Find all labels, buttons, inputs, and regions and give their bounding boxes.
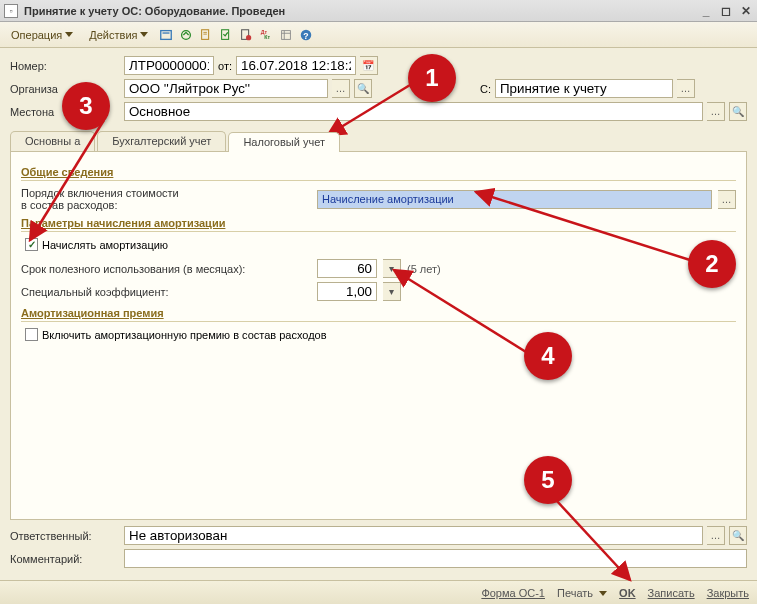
tab-content: Общие сведения Порядок включения стоимос…: [10, 151, 747, 520]
marker-5: 5: [524, 456, 572, 504]
window-icon: ▫: [4, 4, 18, 18]
toolbar: Операция Действия ДтКт ?: [0, 22, 757, 48]
form-bottom: Ответственный: … 🔍 Комментарий:: [10, 520, 747, 572]
caret-icon: [599, 591, 607, 596]
number-input[interactable]: [124, 56, 214, 75]
caret-icon: [140, 32, 148, 37]
save-button[interactable]: Записать: [648, 587, 695, 599]
section-bonus: Амортизационная премия: [21, 307, 736, 322]
date-input[interactable]: [236, 56, 356, 75]
calendar-icon[interactable]: 📅: [360, 56, 378, 75]
number-label: Номер:: [10, 60, 120, 72]
search-icon[interactable]: 🔍: [729, 102, 747, 121]
marker-1: 1: [408, 54, 456, 102]
from-label: от:: [218, 60, 232, 72]
calc-amort-label: Начислять амортизацию: [42, 239, 168, 251]
org-input[interactable]: [124, 79, 328, 98]
marker-3: 3: [62, 82, 110, 130]
section-amort: Параметры начисления амортизации: [21, 217, 736, 232]
svg-text:Кт: Кт: [265, 34, 271, 40]
titlebar: ▫ Принятие к учету ОС: Оборудование. Про…: [0, 0, 757, 22]
stepper-icon[interactable]: ▾: [383, 259, 401, 278]
tab-accounting[interactable]: Бухгалтерский учет: [97, 131, 226, 151]
svg-point-8: [246, 35, 251, 40]
tool-icon-1[interactable]: [157, 26, 175, 44]
tool-icon-6[interactable]: ДтКт: [257, 26, 275, 44]
svg-rect-6: [222, 29, 229, 39]
location-input[interactable]: [124, 102, 703, 121]
useful-life-years: (5 лет): [407, 263, 441, 275]
window-title: Принятие к учету ОС: Оборудование. Прове…: [24, 5, 699, 17]
tool-icon-7[interactable]: [277, 26, 295, 44]
minimize-button[interactable]: _: [699, 4, 713, 18]
ellipsis-icon[interactable]: …: [707, 526, 725, 545]
search-icon[interactable]: 🔍: [354, 79, 372, 98]
tool-icon-3[interactable]: [197, 26, 215, 44]
responsible-label: Ответственный:: [10, 530, 120, 542]
tool-icon-2[interactable]: [177, 26, 195, 44]
caret-icon: [65, 32, 73, 37]
calc-amort-checkbox[interactable]: ✓: [25, 238, 38, 251]
actions-menu[interactable]: Действия: [82, 26, 155, 44]
useful-life-input[interactable]: [317, 259, 377, 278]
ok-button[interactable]: OK: [619, 587, 636, 599]
svg-text:?: ?: [304, 30, 309, 40]
bonus-label: Включить амортизационную премию в состав…: [42, 329, 327, 341]
marker-2: 2: [688, 240, 736, 288]
section-general: Общие сведения: [21, 166, 736, 181]
responsible-input[interactable]: [124, 526, 703, 545]
tab-main[interactable]: Основны а: [10, 131, 95, 151]
print-menu[interactable]: Печать: [557, 587, 607, 599]
special-coef-input[interactable]: [317, 282, 377, 301]
operation-menu[interactable]: Операция: [4, 26, 80, 44]
cost-inclusion-select[interactable]: Начисление амортизации: [317, 190, 712, 209]
ellipsis-icon[interactable]: …: [332, 79, 350, 98]
type-label: С:: [480, 83, 491, 95]
svg-rect-1: [163, 32, 170, 33]
useful-life-label: Срок полезного использования (в месяцах)…: [21, 263, 311, 275]
footer: Форма ОС-1 Печать OK Записать Закрыть: [0, 580, 757, 604]
comment-label: Комментарий:: [10, 553, 120, 565]
tool-icon-5[interactable]: [237, 26, 255, 44]
svg-rect-0: [161, 30, 172, 39]
bonus-checkbox[interactable]: [25, 328, 38, 341]
ellipsis-icon[interactable]: …: [707, 102, 725, 121]
stepper-icon[interactable]: ▾: [383, 282, 401, 301]
special-coef-label: Специальный коэффициент:: [21, 286, 311, 298]
help-icon[interactable]: ?: [297, 26, 315, 44]
form-os1-link[interactable]: Форма ОС-1: [481, 587, 545, 599]
close-button[interactable]: ✕: [739, 4, 753, 18]
window-controls: _ ◻ ✕: [699, 4, 753, 18]
ellipsis-icon[interactable]: …: [718, 190, 736, 209]
tab-tax[interactable]: Налоговый учет: [228, 132, 340, 152]
tab-bar: Основны а Бухгалтерский учет Налоговый у…: [10, 131, 747, 151]
ellipsis-icon[interactable]: …: [677, 79, 695, 98]
marker-4: 4: [524, 332, 572, 380]
type-input[interactable]: [495, 79, 673, 98]
search-icon[interactable]: 🔍: [729, 526, 747, 545]
comment-input[interactable]: [124, 549, 747, 568]
form-body: Номер: от: 📅 Организа … 🔍 С: … Местона ……: [0, 48, 757, 580]
maximize-button[interactable]: ◻: [719, 4, 733, 18]
cost-inclusion-label1: Порядок включения стоимости: [21, 187, 311, 199]
close-link[interactable]: Закрыть: [707, 587, 749, 599]
tool-icon-4[interactable]: [217, 26, 235, 44]
cost-inclusion-label2: в состав расходов:: [21, 199, 311, 211]
svg-rect-11: [282, 30, 291, 39]
